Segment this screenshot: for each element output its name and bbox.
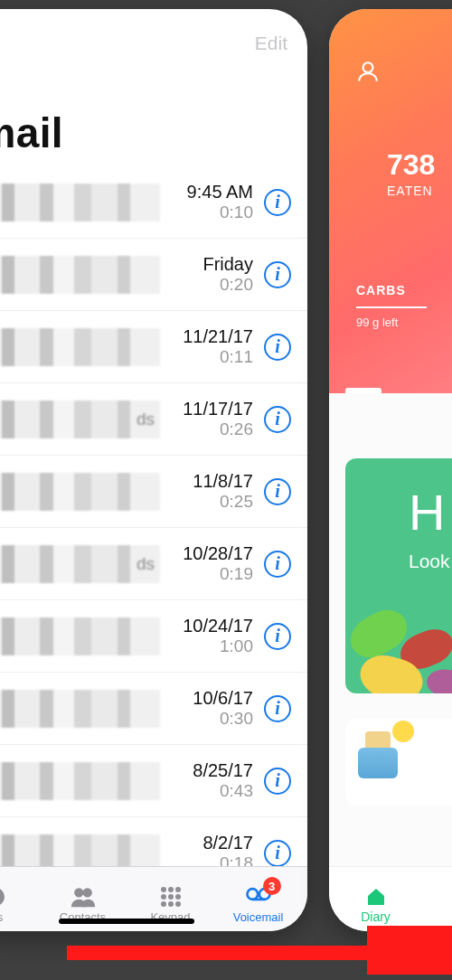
info-icon[interactable]: i (264, 551, 291, 578)
info-icon[interactable]: i (264, 695, 291, 722)
voicemail-date: Friday (167, 253, 253, 275)
svg-point-5 (175, 887, 181, 892)
swipe-arrow-icon (63, 926, 452, 975)
svg-point-4 (168, 887, 174, 892)
voicemail-duration: 1:00 (167, 636, 253, 657)
meal-card[interactable] (345, 719, 452, 806)
voicemail-list[interactable]: 9:45 AM0:10iFriday0:20i11/21/170:11ids11… (0, 166, 307, 866)
voicemail-row[interactable]: 8/25/170:43i (0, 745, 307, 817)
contacts-icon (70, 885, 97, 909)
voicemail-duration: 0:11 (167, 347, 253, 368)
caller-name-blurred (0, 762, 160, 800)
caller-name-blurred (0, 834, 160, 867)
app-card-diet[interactable]: 738 EATEN CARBS 99 g left ‹ H Look (329, 9, 452, 931)
info-icon[interactable]: i (264, 334, 291, 361)
tab-recents[interactable]: nts (0, 885, 39, 924)
voicemail-row[interactable]: 9:45 AM0:10i (0, 166, 307, 239)
voicemail-row[interactable]: 11/21/170:11i (0, 311, 307, 383)
info-icon[interactable]: i (264, 478, 291, 505)
svg-point-12 (247, 889, 258, 900)
voicemail-row[interactable]: ds11/17/170:26i (0, 383, 307, 456)
voicemail-row[interactable]: 10/6/170:30i (0, 673, 307, 745)
caller-name-blurred (0, 184, 160, 221)
voicemail-row[interactable]: 11/8/170:25i (0, 456, 307, 528)
voicemail-date: 10/24/17 (167, 615, 253, 636)
svg-point-10 (168, 901, 174, 907)
svg-point-7 (168, 894, 174, 900)
edit-button[interactable]: Edit (255, 33, 287, 103)
info-icon[interactable]: i (264, 623, 291, 650)
voicemail-duration: 0:19 (167, 564, 253, 585)
voicemail-date: 8/25/17 (167, 759, 253, 781)
svg-point-1 (74, 888, 83, 897)
svg-point-9 (161, 901, 166, 907)
breakfast-icon (358, 731, 405, 778)
diet-hero: 738 EATEN CARBS 99 g left ‹ (329, 9, 452, 393)
info-icon[interactable]: i (264, 406, 291, 433)
voicemail-row[interactable]: ds10/28/170:19i (0, 528, 307, 600)
voicemail-date: 11/8/17 (167, 470, 253, 492)
svg-point-6 (161, 894, 166, 900)
info-icon[interactable]: i (264, 768, 291, 795)
voicemail-duration: 0:30 (167, 709, 253, 730)
voicemail-duration: 0:26 (167, 419, 253, 440)
home-icon (364, 886, 388, 908)
svg-point-3 (161, 887, 166, 892)
tab-diary[interactable]: Diary (333, 886, 419, 924)
voicemail-row[interactable]: 8/2/170:18i (0, 817, 307, 866)
caller-name-blurred: ds (0, 400, 160, 438)
caller-name-blurred (0, 690, 160, 728)
eaten-value: 738 (387, 148, 452, 182)
caller-name-blurred (0, 617, 160, 655)
voicemail-date: 11/17/17 (167, 398, 253, 419)
keypad-icon (157, 885, 184, 909)
voicemail-date: 8/2/17 (167, 832, 253, 853)
voicemail-duration: 0:43 (167, 781, 253, 802)
info-icon[interactable]: i (264, 261, 291, 288)
carbs-progress-bar (356, 306, 427, 308)
carbs-left: 99 g left (356, 316, 452, 329)
voicemail-date: 9:45 AM (167, 181, 253, 203)
caller-name-blurred: ds (0, 545, 160, 583)
info-icon[interactable]: i (264, 189, 291, 216)
svg-point-15 (363, 62, 373, 72)
voicemail-date: 10/6/17 (167, 687, 253, 709)
tab-other[interactable]: Fri (419, 886, 452, 924)
clock-icon (0, 885, 9, 909)
caller-name-blurred (0, 328, 160, 366)
page-title: …mail (0, 108, 307, 166)
home-indicator[interactable] (59, 919, 194, 924)
caller-name-blurred (0, 473, 160, 511)
profile-icon[interactable] (356, 60, 380, 83)
promo-banner[interactable]: H Look (345, 458, 452, 693)
voicemail-date: 10/28/17 (167, 542, 253, 564)
svg-point-2 (82, 888, 91, 897)
carbs-label: CARBS (356, 283, 452, 297)
bean-purple-icon (426, 667, 452, 693)
voicemail-row[interactable]: 10/24/171:00i (0, 600, 307, 673)
app-switcher[interactable]: Edit …mail 9:45 AM0:10iFriday0:20i11/21/… (0, 0, 452, 980)
svg-point-8 (175, 894, 181, 900)
diet-tabbar: Diary Fri (329, 866, 452, 931)
voicemail-badge: 3 (263, 877, 281, 895)
voicemail-row[interactable]: Friday0:20i (0, 239, 307, 311)
svg-point-0 (0, 888, 5, 906)
app-card-phone[interactable]: Edit …mail 9:45 AM0:10iFriday0:20i11/21/… (0, 9, 307, 931)
voicemail-duration: 0:18 (167, 853, 253, 866)
voicemail-duration: 0:25 (167, 492, 253, 513)
voicemail-duration: 0:20 (167, 275, 253, 296)
info-icon[interactable]: i (264, 840, 291, 867)
eaten-label: EATEN (387, 184, 452, 198)
voicemail-duration: 0:10 (167, 203, 253, 223)
voicemail-date: 11/21/17 (167, 325, 253, 347)
caller-name-blurred (0, 256, 160, 294)
svg-point-11 (175, 901, 181, 907)
tab-voicemail[interactable]: 3 Voicemail (214, 882, 302, 924)
